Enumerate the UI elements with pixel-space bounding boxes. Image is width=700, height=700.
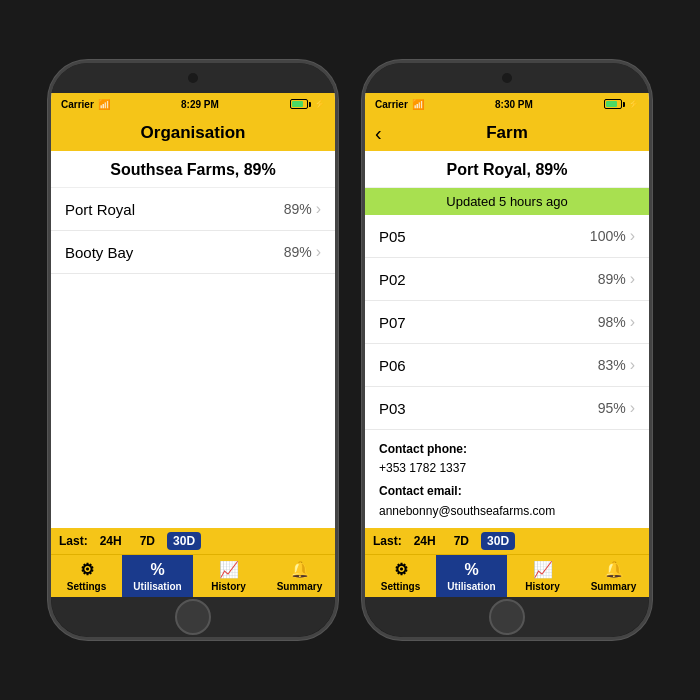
contact-email-label: Contact email:	[379, 484, 462, 498]
pen-name-p05: P05	[379, 228, 406, 245]
farm-value-port-royal: 89%	[284, 201, 312, 217]
time-btn-30d[interactable]: 30D	[167, 532, 201, 550]
phone-1-home	[51, 597, 335, 637]
chevron-right-icon: ›	[630, 270, 635, 288]
tab-utilisation[interactable]: % Utilisation	[436, 555, 507, 597]
summary-icon: 🔔	[290, 560, 310, 579]
phone-2-header: ‹ Farm	[365, 115, 649, 151]
phone-1-header: Organisation	[51, 115, 335, 151]
list-item[interactable]: P06 83% ›	[365, 344, 649, 387]
tab-settings[interactable]: ⚙ Settings	[51, 555, 122, 597]
utilisation-icon: %	[464, 561, 478, 579]
pen-name-p03: P03	[379, 400, 406, 417]
lightning-icon: ⚡	[314, 99, 325, 109]
list-item[interactable]: P02 89% ›	[365, 258, 649, 301]
phone-2-battery: ⚡	[604, 99, 639, 109]
list-item[interactable]: Booty Bay 89% ›	[51, 231, 335, 274]
phone-2-time-bar: Last: 24H 7D 30D	[365, 528, 649, 554]
contact-section: Contact phone: +353 1782 1337 Contact em…	[365, 430, 649, 528]
phone-2-notch	[365, 63, 649, 93]
time-btn-24h[interactable]: 24H	[94, 532, 128, 550]
phone-1-tab-bar: ⚙ Settings % Utilisation 📈 History 🔔 Sum…	[51, 554, 335, 597]
chevron-right-icon: ›	[630, 227, 635, 245]
home-button[interactable]	[489, 599, 525, 635]
phone-2-farm-title: Port Royal, 89%	[365, 151, 649, 188]
wifi-icon: 📶	[412, 99, 424, 110]
time-bar-label: Last:	[373, 534, 402, 548]
tab-settings-label: Settings	[381, 581, 420, 592]
pen-name-p06: P06	[379, 357, 406, 374]
phone-2-time: 8:30 PM	[495, 99, 533, 110]
chevron-right-icon: ›	[316, 243, 321, 261]
tab-history[interactable]: 📈 History	[507, 555, 578, 597]
tab-settings[interactable]: ⚙ Settings	[365, 555, 436, 597]
settings-icon: ⚙	[80, 560, 94, 579]
list-item[interactable]: P07 98% ›	[365, 301, 649, 344]
utilisation-icon: %	[150, 561, 164, 579]
time-bar-label: Last:	[59, 534, 88, 548]
contact-email-value: annebonny@southseafarms.com	[379, 504, 555, 518]
time-btn-7d[interactable]: 7D	[448, 532, 475, 550]
phone-1-battery: ⚡	[290, 99, 325, 109]
farm-value-booty-bay: 89%	[284, 244, 312, 260]
phone-2-header-title: Farm	[486, 123, 528, 143]
chevron-right-icon: ›	[630, 313, 635, 331]
farm-name-port-royal: Port Royal	[65, 201, 135, 218]
phone-2-carrier: Carrier 📶	[375, 99, 424, 110]
wifi-icon: 📶	[98, 99, 110, 110]
list-item[interactable]: P05 100% ›	[365, 215, 649, 258]
list-item[interactable]: P03 95% ›	[365, 387, 649, 430]
battery-icon	[290, 99, 311, 109]
time-btn-30d[interactable]: 30D	[481, 532, 515, 550]
pen-name-p07: P07	[379, 314, 406, 331]
phone-1-content: Southsea Farms, 89% Port Royal 89% › Boo…	[51, 151, 335, 528]
phone-1: Carrier 📶 8:29 PM ⚡ Organisation Southse…	[48, 60, 338, 640]
summary-icon: 🔔	[604, 560, 624, 579]
phone-2-camera	[502, 73, 512, 83]
phone-1-notch	[51, 63, 335, 93]
tab-utilisation-label: Utilisation	[447, 581, 495, 592]
pen-value-p05: 100%	[590, 228, 626, 244]
battery-icon	[604, 99, 625, 109]
phone-1-carrier: Carrier 📶	[61, 99, 110, 110]
phone-1-time: 8:29 PM	[181, 99, 219, 110]
phone-2-screen: Carrier 📶 8:30 PM ⚡ ‹ Farm Port Royal, 8…	[365, 93, 649, 597]
tab-utilisation[interactable]: % Utilisation	[122, 555, 193, 597]
chevron-right-icon: ›	[316, 200, 321, 218]
phone-2-home	[365, 597, 649, 637]
phone-2-content: Port Royal, 89% Updated 5 hours ago P05 …	[365, 151, 649, 528]
phone-2-tab-bar: ⚙ Settings % Utilisation 📈 History 🔔 Sum…	[365, 554, 649, 597]
history-icon: 📈	[219, 560, 239, 579]
tab-settings-label: Settings	[67, 581, 106, 592]
settings-icon: ⚙	[394, 560, 408, 579]
farm-name-booty-bay: Booty Bay	[65, 244, 133, 261]
list-item[interactable]: Port Royal 89% ›	[51, 188, 335, 231]
tab-summary-label: Summary	[277, 581, 323, 592]
history-icon: 📈	[533, 560, 553, 579]
pen-value-p06: 83%	[598, 357, 626, 373]
phone-1-header-title: Organisation	[141, 123, 246, 143]
lightning-icon: ⚡	[628, 99, 639, 109]
update-banner: Updated 5 hours ago	[365, 188, 649, 215]
phone-1-time-bar: Last: 24H 7D 30D	[51, 528, 335, 554]
tab-history-label: History	[525, 581, 559, 592]
phone-1-farm-title: Southsea Farms, 89%	[51, 151, 335, 188]
phone-1-camera	[188, 73, 198, 83]
chevron-right-icon: ›	[630, 356, 635, 374]
tab-summary-label: Summary	[591, 581, 637, 592]
time-btn-7d[interactable]: 7D	[134, 532, 161, 550]
phone-2: Carrier 📶 8:30 PM ⚡ ‹ Farm Port Royal, 8…	[362, 60, 652, 640]
tab-summary[interactable]: 🔔 Summary	[578, 555, 649, 597]
tab-history-label: History	[211, 581, 245, 592]
contact-phone-value: +353 1782 1337	[379, 461, 466, 475]
chevron-right-icon: ›	[630, 399, 635, 417]
pen-value-p02: 89%	[598, 271, 626, 287]
home-button[interactable]	[175, 599, 211, 635]
back-button[interactable]: ‹	[375, 122, 382, 145]
phone-1-status-bar: Carrier 📶 8:29 PM ⚡	[51, 93, 335, 115]
tab-history[interactable]: 📈 History	[193, 555, 264, 597]
tab-utilisation-label: Utilisation	[133, 581, 181, 592]
contact-phone-label: Contact phone:	[379, 442, 467, 456]
time-btn-24h[interactable]: 24H	[408, 532, 442, 550]
tab-summary[interactable]: 🔔 Summary	[264, 555, 335, 597]
